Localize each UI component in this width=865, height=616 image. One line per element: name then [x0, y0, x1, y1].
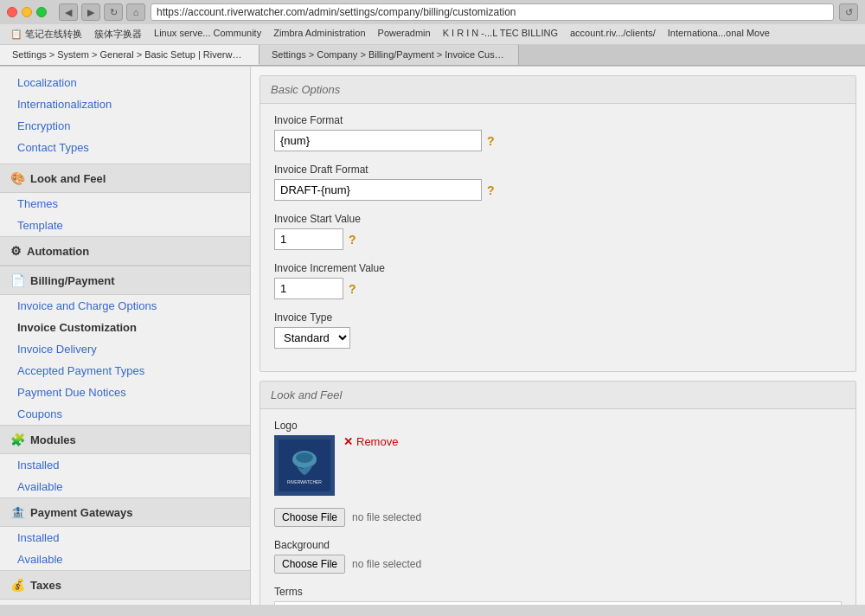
logo-label: Logo: [274, 420, 842, 432]
browser-nav: ◀ ▶ ↻ ⌂: [59, 3, 145, 21]
sidebar-section-header-gateways[interactable]: 🏦 Payment Gateways: [0, 497, 250, 527]
browser-titlebar: ◀ ▶ ↻ ⌂ https://account.riverwatcher.com…: [0, 0, 865, 24]
background-file-choose: Choose File no file selected: [274, 555, 842, 574]
sidebar-section-automation: ⚙ Automation: [0, 236, 250, 266]
bookmarks-bar: 📋 笔记在线转换 簇体字换器 Linux serve... Community …: [0, 24, 865, 45]
remove-x-icon: ✕: [343, 435, 353, 448]
background-choose-file-button[interactable]: Choose File: [274, 555, 345, 574]
invoice-start-value-input[interactable]: [274, 228, 343, 250]
basic-options-form: Invoice Format ? Invoice Draft Format ?: [260, 104, 855, 371]
main-content: Basic Options Invoice Format ? Invoice D…: [251, 67, 865, 605]
remove-logo-label: Remove: [356, 435, 398, 448]
home-button[interactable]: ⌂: [126, 3, 145, 21]
invoice-format-group: Invoice Format ?: [274, 114, 842, 151]
sidebar-top-section: Localization Internationalization Encryp…: [0, 67, 250, 164]
taxes-icon: 💰: [10, 578, 25, 592]
tab-basic-setup[interactable]: Settings > System > General > Basic Setu…: [0, 45, 260, 65]
sidebar-section-header-billing[interactable]: 📄 Billing/Payment: [0, 266, 250, 295]
sidebar-item-modules-installed[interactable]: Installed: [0, 454, 250, 476]
minimize-button[interactable]: [22, 7, 32, 17]
invoice-format-input[interactable]: [274, 130, 482, 151]
sidebar-item-invoice-customization[interactable]: Invoice Customization: [0, 317, 250, 338]
sidebar-section-look-and-feel: 🎨 Look and Feel Themes Template: [0, 164, 250, 236]
sidebar-item-invoice-charge[interactable]: Invoice and Charge Options: [0, 295, 250, 317]
sidebar-item-modules-available[interactable]: Available: [0, 476, 250, 497]
automation-icon: ⚙: [10, 244, 22, 258]
invoice-format-help-icon[interactable]: ?: [487, 134, 495, 148]
sidebar-item-localization[interactable]: Localization: [0, 72, 250, 93]
sidebar-section-header-modules[interactable]: 🧩 Modules: [0, 425, 250, 454]
bookmark-zimbra[interactable]: Zimbra Administration: [270, 27, 368, 42]
sidebar-item-contact-types[interactable]: Contact Types: [0, 137, 250, 158]
billing-icon: 📄: [10, 273, 25, 287]
sidebar-section-payment-gateways: 🏦 Payment Gateways Installed Available: [0, 497, 250, 570]
invoice-type-group: Invoice Type Standard Proforma Custom: [274, 311, 842, 349]
logo-img-inner: RIVERWATCHER: [279, 440, 330, 491]
sidebar-item-internationalization[interactable]: Internationalization: [0, 93, 250, 115]
taxes-label: Taxes: [30, 579, 61, 592]
tab-invoice-customization[interactable]: Settings > Company > Billing/Payment > I…: [260, 45, 519, 65]
invoice-start-value-help-icon[interactable]: ?: [349, 233, 356, 247]
sidebar-section-header-look-and-feel[interactable]: 🎨 Look and Feel: [0, 164, 250, 193]
sidebar-item-themes[interactable]: Themes: [0, 193, 250, 215]
terms-textarea[interactable]: [274, 601, 842, 605]
logo-image: RIVERWATCHER: [274, 435, 335, 496]
look-and-feel-icon: 🎨: [10, 171, 25, 185]
invoice-increment-value-input[interactable]: [274, 278, 343, 299]
gateways-label: Payment Gateways: [30, 506, 133, 519]
sidebar-item-gateways-available[interactable]: Available: [0, 549, 250, 570]
forward-button[interactable]: ▶: [81, 3, 100, 21]
refresh-button[interactable]: ↺: [839, 3, 858, 21]
invoice-draft-format-group: Invoice Draft Format ?: [274, 164, 842, 201]
background-label: Background: [274, 539, 842, 551]
sidebar-section-header-taxes[interactable]: 💰 Taxes: [0, 570, 250, 600]
close-button[interactable]: [7, 7, 17, 17]
sidebar-section-taxes: 💰 Taxes Basic Tax Settings Tax Rules: [0, 570, 250, 605]
sidebar-item-template[interactable]: Template: [0, 215, 250, 236]
bookmark-poweradmin[interactable]: Poweradmin: [375, 27, 434, 42]
invoice-type-select[interactable]: Standard Proforma Custom: [274, 327, 350, 349]
invoice-format-label: Invoice Format: [274, 114, 842, 126]
logo-choose-file-button[interactable]: Choose File: [274, 508, 345, 527]
invoice-start-value-inline: ?: [274, 228, 842, 250]
remove-logo-button[interactable]: ✕ Remove: [343, 435, 398, 448]
terms-group: Terms: [274, 586, 842, 605]
sidebar-item-payment-due[interactable]: Payment Due Notices: [0, 382, 250, 403]
bookmark-account[interactable]: account.riv.../clients/: [567, 27, 659, 42]
svg-text:RIVERWATCHER: RIVERWATCHER: [287, 479, 322, 484]
background-file-none: no file selected: [352, 558, 421, 570]
sidebar-section-billing-payment: 📄 Billing/Payment Invoice and Charge Opt…: [0, 266, 250, 425]
sidebar-section-header-automation[interactable]: ⚙ Automation: [0, 236, 250, 266]
gateways-icon: 🏦: [10, 505, 25, 519]
browser-tabs: Settings > System > General > Basic Setu…: [0, 45, 865, 66]
invoice-draft-format-inline: ?: [274, 179, 842, 201]
bookmark-kirin[interactable]: K I R I N -...L TEC BILLING: [439, 27, 561, 42]
logo-container: RIVERWATCHER ✕ Remove: [274, 435, 842, 496]
bookmark-notes[interactable]: 📋 笔记在线转换: [7, 27, 86, 42]
sidebar-item-gateways-installed[interactable]: Installed: [0, 527, 250, 549]
bookmark-international[interactable]: Internationa...onal Move: [664, 27, 773, 42]
bookmark-linux[interactable]: Linux serve... Community: [151, 27, 265, 42]
invoice-start-value-label: Invoice Start Value: [274, 213, 842, 225]
reload-button[interactable]: ↻: [104, 3, 123, 21]
invoice-increment-value-help-icon[interactable]: ?: [349, 282, 356, 296]
sidebar-item-basic-tax[interactable]: Basic Tax Settings: [0, 600, 250, 605]
maximize-button[interactable]: [36, 7, 47, 17]
basic-options-title: Basic Options: [260, 76, 855, 104]
invoice-increment-value-label: Invoice Increment Value: [274, 262, 842, 274]
logo-file-choose: Choose File no file selected: [274, 508, 842, 527]
sidebar-item-encryption[interactable]: Encryption: [0, 115, 250, 137]
back-button[interactable]: ◀: [59, 3, 78, 21]
sidebar-item-invoice-delivery[interactable]: Invoice Delivery: [0, 338, 250, 360]
sidebar-section-modules: 🧩 Modules Installed Available: [0, 425, 250, 497]
sidebar-item-accepted-payment[interactable]: Accepted Payment Types: [0, 360, 250, 382]
bookmark-font[interactable]: 簇体字换器: [91, 27, 145, 42]
terms-label: Terms: [274, 586, 842, 598]
traffic-lights: [7, 7, 47, 17]
address-bar[interactable]: https://account.riverwatcher.com/admin/s…: [151, 3, 834, 21]
invoice-draft-format-help-icon[interactable]: ?: [487, 183, 495, 197]
sidebar-item-coupons[interactable]: Coupons: [0, 403, 250, 425]
modules-label: Modules: [30, 433, 76, 446]
look-and-feel-section: Look and Feel Logo: [260, 381, 856, 605]
invoice-draft-format-input[interactable]: [274, 179, 482, 201]
